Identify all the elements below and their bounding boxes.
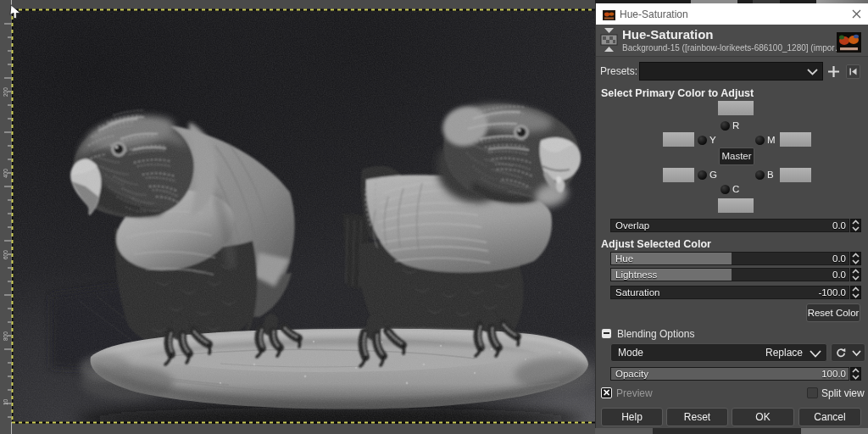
- svg-text:800: 800: [3, 331, 8, 341]
- svg-text:600: 600: [3, 250, 8, 259]
- svg-text:10: 10: [3, 398, 8, 405]
- svg-text:400: 400: [3, 169, 8, 178]
- svg-text:200: 200: [3, 87, 8, 97]
